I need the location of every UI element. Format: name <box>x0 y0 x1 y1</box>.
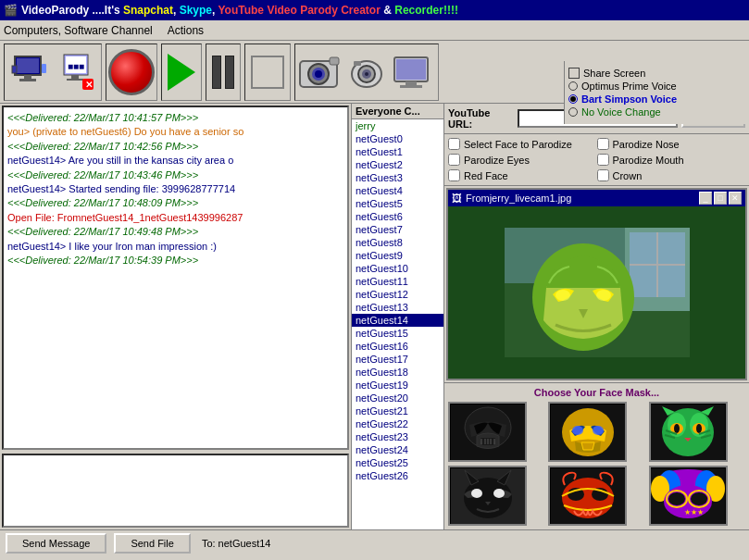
menu-computers[interactable]: Computers, Software Channel <box>4 24 153 37</box>
computer-icon-2[interactable]: ■■■ ✕ <box>53 46 99 98</box>
svg-point-62 <box>493 489 505 498</box>
svg-point-16 <box>315 70 322 78</box>
parodize-eyes-checkbox[interactable] <box>448 154 460 166</box>
msg-9: <<<Delivered: 22/Mar/17 10:49:48 PM>>> <box>7 225 343 239</box>
optimus-prime-label: Optimus Prime Voice <box>581 81 677 92</box>
app-icon: 🎬 <box>4 4 18 17</box>
stop-button[interactable] <box>251 56 284 89</box>
svg-point-75 <box>691 492 707 505</box>
user-guest15[interactable]: netGuest15 <box>352 327 443 340</box>
user-guest3[interactable]: netGuest3 <box>352 171 443 184</box>
record-button[interactable] <box>108 49 155 95</box>
svg-rect-17 <box>330 57 339 65</box>
crown-checkbox[interactable] <box>597 169 609 181</box>
user-guest16[interactable]: netGuest16 <box>352 340 443 353</box>
user-guest13[interactable]: netGuest13 <box>352 301 443 314</box>
user-guest9[interactable]: netGuest9 <box>352 249 443 262</box>
menu-bar: Computers, Software Channel Actions <box>0 20 749 41</box>
screen-capture-icon[interactable] <box>390 46 436 98</box>
svg-rect-22 <box>354 61 361 66</box>
svg-rect-24 <box>396 59 426 80</box>
play-button[interactable] <box>168 54 195 91</box>
red-face-checkbox[interactable] <box>448 169 460 181</box>
bottom-bar: Send Message Send File To: netGuest14 <box>0 529 749 555</box>
ironman-video <box>505 228 690 357</box>
main-area: <<<Delivered: 22/Mar/17 10:41:57 PM>>> y… <box>0 104 749 529</box>
camera-icon-1[interactable] <box>297 46 343 98</box>
user-guest21[interactable]: netGuest21 <box>352 404 443 417</box>
parodize-nose-checkbox[interactable] <box>597 138 609 150</box>
webcam-close-button[interactable]: ✕ <box>729 192 742 205</box>
msg-1: <<<Delivered: 22/Mar/17 10:41:57 PM>>> <box>7 111 343 125</box>
user-guest4[interactable]: netGuest4 <box>352 184 443 197</box>
camera-icon-2[interactable] <box>343 46 390 98</box>
user-guest17[interactable]: netGuest17 <box>352 353 443 366</box>
msg-4: netGuest14> Are you still in the kansas … <box>7 154 343 168</box>
svg-point-61 <box>471 489 482 498</box>
optimus-prime-radio[interactable] <box>568 81 578 91</box>
chat-messages[interactable]: <<<Delivered: 22/Mar/17 10:41:57 PM>>> y… <box>2 106 349 450</box>
user-guest2[interactable]: netGuest2 <box>352 158 443 171</box>
red-mask[interactable] <box>548 466 627 526</box>
share-screen-checkbox[interactable] <box>568 68 580 79</box>
toolbar-cameras <box>294 44 439 101</box>
user-guest26[interactable]: netGuest26 <box>352 469 443 482</box>
svg-rect-4 <box>12 66 17 73</box>
user-guest8[interactable]: netGuest8 <box>352 236 443 249</box>
to-label: To: netGuest14 <box>202 538 271 549</box>
user-guest1[interactable]: netGuest1 <box>352 145 443 158</box>
user-guest24[interactable]: netGuest24 <box>352 443 443 456</box>
user-guest7[interactable]: netGuest7 <box>352 223 443 236</box>
chat-input[interactable] <box>2 454 349 528</box>
user-guest20[interactable]: netGuest20 <box>352 392 443 404</box>
option-crown: Crown <box>597 169 746 181</box>
webcam-video-content <box>448 206 745 379</box>
batman-mask[interactable] <box>448 466 527 526</box>
mask-grid: ★★★ <box>448 402 745 526</box>
mardi-gras-mask[interactable]: ★★★ <box>649 466 728 526</box>
user-guest18[interactable]: netGuest18 <box>352 366 443 379</box>
user-guest11[interactable]: netGuest11 <box>352 275 443 288</box>
computer-icon-1[interactable] <box>6 46 53 98</box>
svg-text:★★★: ★★★ <box>684 508 704 516</box>
svg-rect-9 <box>71 75 79 79</box>
webcam-maximize-button[interactable]: □ <box>714 192 727 205</box>
toolbar-computers: ■■■ ✕ <box>4 44 102 101</box>
parodize-eyes-label: Parodize Eyes <box>464 155 530 166</box>
user-guest22[interactable]: netGuest22 <box>352 417 443 430</box>
mask-title: Choose Your Face Mask... <box>448 387 745 398</box>
user-guest14[interactable]: netGuest14 <box>352 314 443 327</box>
svg-point-46 <box>593 426 604 435</box>
option-parodize-nose: Parodize Nose <box>597 138 746 150</box>
msg-8: Open File: FromnetGuest14_1netGuest14399… <box>7 211 343 225</box>
menu-actions[interactable]: Actions <box>168 24 204 37</box>
user-jerry[interactable]: jerry <box>352 119 443 132</box>
user-guest23[interactable]: netGuest23 <box>352 430 443 443</box>
user-guest0[interactable]: netGuest0 <box>352 132 443 145</box>
svg-rect-5 <box>42 64 46 73</box>
parodize-mouth-checkbox[interactable] <box>597 154 609 166</box>
darth-vader-mask[interactable] <box>448 402 527 462</box>
no-voice-radio[interactable] <box>568 107 578 117</box>
user-guest12[interactable]: netGuest12 <box>352 288 443 301</box>
svg-rect-10 <box>67 79 83 81</box>
msg-10: netGuest14> I like your Iron man impress… <box>7 240 343 254</box>
youtube-label: YouTube URL: <box>448 107 514 130</box>
webcam-window-controls: _ □ ✕ <box>699 192 742 205</box>
msg-7: <<<Delivered: 22/Mar/17 10:48:09 PM>>> <box>7 196 343 210</box>
share-screen-label: Share Screen <box>583 68 645 79</box>
iron-man-gold-mask[interactable] <box>548 402 627 462</box>
send-file-button[interactable]: Send File <box>114 533 190 554</box>
pause-button[interactable] <box>212 56 234 89</box>
bart-simpson-radio[interactable] <box>568 94 578 104</box>
user-guest6[interactable]: netGuest6 <box>352 210 443 223</box>
user-guest25[interactable]: netGuest25 <box>352 456 443 469</box>
user-guest19[interactable]: netGuest19 <box>352 379 443 392</box>
send-message-button[interactable]: Send Message <box>6 533 106 554</box>
user-guest10[interactable]: netGuest10 <box>352 262 443 275</box>
user-guest5[interactable]: netGuest5 <box>352 197 443 210</box>
red-face-label: Red Face <box>464 170 508 181</box>
webcam-minimize-button[interactable]: _ <box>699 192 712 205</box>
select-face-checkbox[interactable] <box>448 138 460 150</box>
green-tiger-mask[interactable] <box>649 402 728 462</box>
